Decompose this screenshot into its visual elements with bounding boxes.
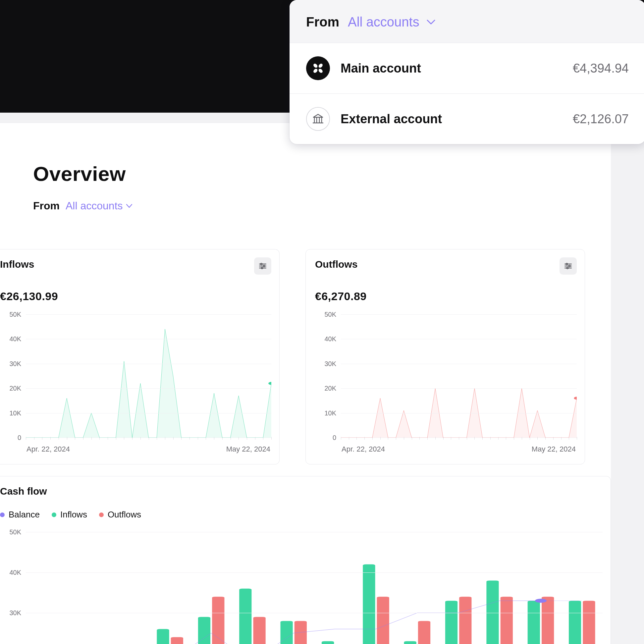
- svg-point-49: [318, 68, 323, 74]
- svg-rect-36: [445, 601, 457, 644]
- svg-rect-23: [171, 637, 183, 644]
- inflows-card: Inflows €26,130.99 010K20K30K40K50K Apr.…: [0, 249, 280, 464]
- legend-outflows-label: Outflows: [108, 510, 141, 520]
- outflows-x-end: May 22, 2024: [532, 445, 576, 454]
- gridline: [26, 438, 271, 438]
- svg-rect-35: [418, 621, 430, 644]
- inflows-settings-button[interactable]: [254, 257, 271, 275]
- cashflow-card: Cash flow Balance Inflows Outflows 10K20…: [0, 476, 611, 644]
- cashflow-title: Cash flow: [0, 486, 47, 497]
- legend-outflows: Outflows: [99, 510, 141, 520]
- svg-point-7: [268, 382, 271, 385]
- from-label: From: [33, 200, 60, 212]
- y-tick-label: 0: [1, 434, 21, 442]
- account-balance: €4,394.94: [573, 61, 629, 76]
- legend-balance: Balance: [0, 510, 40, 520]
- brand-icon: [306, 56, 330, 80]
- svg-rect-24: [198, 617, 210, 644]
- account-name: Main account: [341, 61, 562, 76]
- svg-rect-43: [583, 601, 595, 644]
- popover-from-label: From: [306, 15, 339, 29]
- inflows-x-start: Apr. 22, 2024: [27, 445, 70, 454]
- y-tick-label: 10K: [316, 409, 336, 417]
- chevron-down-icon: [126, 204, 132, 208]
- outflows-chart: 010K20K30K40K50K: [315, 314, 577, 438]
- legend-inflows-label: Inflows: [60, 510, 87, 520]
- gridline: [26, 613, 603, 613]
- inflows-chart: 010K20K30K40K50K: [0, 314, 271, 438]
- summary-cards: Inflows €26,130.99 010K20K30K40K50K Apr.…: [0, 249, 611, 464]
- inflows-plot: [26, 314, 271, 438]
- y-tick-label: 50K: [1, 311, 21, 318]
- account-option[interactable]: Main account€4,394.94: [290, 43, 644, 93]
- page-title: Overview: [33, 162, 126, 186]
- account-option[interactable]: External account€2,126.07: [290, 93, 644, 144]
- popover-options: Main account€4,394.94External account€2,…: [290, 43, 644, 144]
- svg-rect-28: [280, 621, 293, 644]
- gridline: [26, 364, 271, 364]
- outflows-title: Outflows: [315, 259, 357, 270]
- svg-rect-25: [212, 597, 224, 644]
- from-value: All accounts: [66, 200, 123, 212]
- inflows-x-labels: Apr. 22, 2024 May 22, 2024: [27, 445, 270, 454]
- svg-point-47: [313, 68, 318, 74]
- svg-point-48: [313, 63, 318, 69]
- svg-marker-6: [26, 329, 271, 438]
- outflows-plot: [341, 314, 577, 438]
- svg-rect-42: [569, 601, 581, 644]
- gridline: [341, 364, 577, 364]
- outflows-total: €6,270.89: [315, 290, 367, 303]
- cashflow-chart: 10K20K30K40K50K: [0, 532, 603, 644]
- outflows-x-labels: Apr. 22, 2024 May 22, 2024: [342, 445, 576, 454]
- svg-point-13: [567, 267, 568, 269]
- outflows-settings-button[interactable]: [560, 257, 577, 275]
- svg-point-5: [261, 267, 263, 269]
- cashflow-y-axis: 10K20K30K40K50K: [0, 532, 23, 644]
- sliders-icon: [259, 263, 266, 269]
- gridline: [341, 339, 577, 339]
- svg-rect-37: [459, 597, 471, 644]
- svg-point-4: [263, 265, 265, 267]
- inflows-x-end: May 22, 2024: [226, 445, 270, 454]
- y-tick-label: 30K: [1, 609, 21, 617]
- y-tick-label: 20K: [1, 385, 21, 392]
- svg-rect-32: [363, 564, 375, 644]
- y-tick-label: 50K: [316, 311, 336, 318]
- svg-point-46: [318, 63, 323, 69]
- account-balance: €2,126.07: [573, 112, 629, 126]
- y-tick-label: 40K: [316, 335, 336, 343]
- svg-rect-41: [542, 597, 554, 644]
- svg-rect-22: [157, 629, 169, 644]
- y-tick-label: 50K: [1, 528, 21, 536]
- svg-rect-34: [404, 641, 416, 644]
- gridline: [26, 532, 603, 532]
- account-name: External account: [341, 112, 562, 126]
- svg-rect-27: [253, 617, 265, 644]
- from-dropdown[interactable]: All accounts: [66, 200, 132, 212]
- svg-rect-33: [377, 597, 389, 644]
- y-tick-label: 40K: [1, 569, 21, 576]
- gridline: [26, 314, 271, 315]
- y-tick-label: 20K: [316, 385, 336, 392]
- gridline: [341, 438, 577, 438]
- y-tick-label: 10K: [1, 409, 21, 417]
- popover-from-dropdown[interactable]: All accounts: [348, 15, 435, 29]
- svg-point-15: [574, 397, 577, 400]
- y-tick-label: 40K: [1, 335, 21, 343]
- outflows-card: Outflows €6,270.89 010K20K30K40K50K Apr.…: [305, 249, 585, 464]
- inflows-total: €26,130.99: [0, 290, 58, 303]
- gridline: [26, 388, 271, 389]
- legend-inflows: Inflows: [52, 510, 87, 520]
- y-tick-label: 30K: [316, 360, 336, 367]
- svg-rect-38: [486, 580, 499, 644]
- y-tick-label: 30K: [1, 360, 21, 367]
- popover-from-value: All accounts: [348, 15, 419, 29]
- svg-point-45: [535, 599, 547, 603]
- cashflow-plot: [26, 532, 603, 644]
- gridline: [341, 388, 577, 389]
- from-filter: From All accounts: [33, 200, 132, 212]
- chevron-down-icon: [427, 20, 435, 25]
- inflows-y-axis: 010K20K30K40K50K: [0, 314, 23, 438]
- svg-point-12: [569, 265, 570, 267]
- svg-rect-26: [239, 589, 251, 644]
